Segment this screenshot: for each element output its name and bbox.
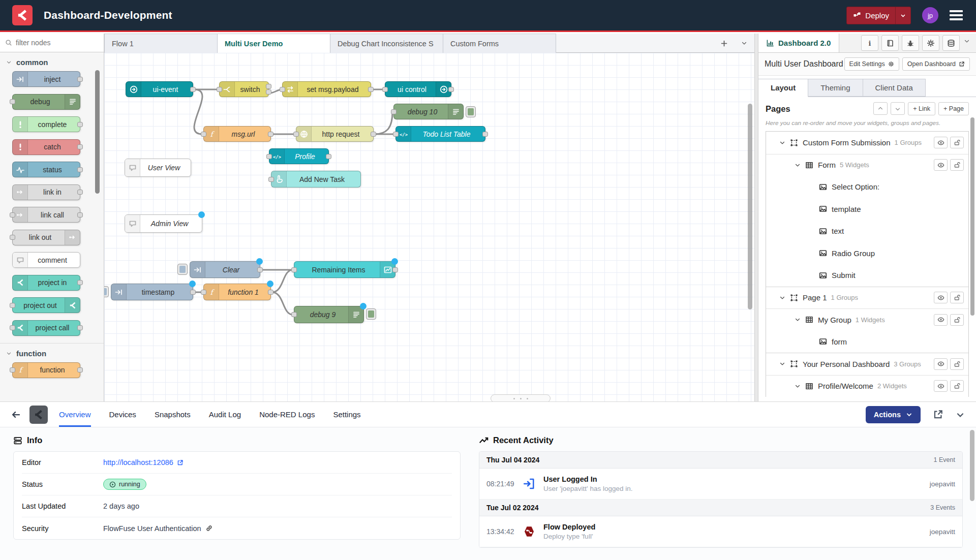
open-in-new-button[interactable] xyxy=(933,409,943,420)
node-debug-9[interactable]: debug 9 xyxy=(294,306,364,323)
palette-scrollbar[interactable] xyxy=(95,70,100,194)
input-port[interactable] xyxy=(393,132,399,137)
input-port[interactable] xyxy=(293,132,299,137)
instance-tab-settings[interactable]: Settings xyxy=(333,402,360,427)
node-inject[interactable]: inject xyxy=(12,71,80,87)
palette-section-common[interactable]: common xyxy=(0,52,104,71)
sidebar-splitter[interactable] xyxy=(754,34,758,401)
visibility-button[interactable] xyxy=(934,314,948,326)
collapse-all-button[interactable] xyxy=(873,102,888,115)
palette-section-function[interactable]: function xyxy=(0,343,104,362)
input-port[interactable] xyxy=(10,235,15,240)
output-port[interactable] xyxy=(190,290,196,295)
input-port[interactable] xyxy=(10,325,15,330)
node-ui-control[interactable]: ui control xyxy=(385,81,451,97)
tree-widget-form[interactable]: form xyxy=(766,331,968,353)
input-port[interactable] xyxy=(10,99,15,104)
node-status[interactable]: status xyxy=(12,162,80,177)
node-link-call[interactable]: link call xyxy=(12,207,80,223)
output-port[interactable] xyxy=(326,154,331,159)
visibility-button[interactable] xyxy=(934,358,948,370)
tree-page-your-personal-dashboard[interactable]: Your Personal Dashboard3 Groups xyxy=(766,353,968,375)
node-profile[interactable]: </>Profile xyxy=(269,148,329,164)
user-avatar[interactable]: jp xyxy=(922,7,938,23)
output-port[interactable] xyxy=(448,87,454,92)
output-port[interactable] xyxy=(268,290,273,295)
open-dashboard-button[interactable]: Open Dashboard xyxy=(902,57,970,71)
instance-tab-node-red-logs[interactable]: Node-RED Logs xyxy=(259,402,315,427)
node-inject-button[interactable] xyxy=(104,286,109,297)
node-add-new-task[interactable]: Add New Task xyxy=(271,171,361,188)
flow-tab-flow-1[interactable]: Flow 1 xyxy=(104,34,218,53)
node-catch[interactable]: catch xyxy=(12,139,80,155)
visibility-button[interactable] xyxy=(934,292,948,303)
input-port[interactable] xyxy=(201,290,206,295)
flow-canvas[interactable]: ui-eventswitchset msg.payloadui controld… xyxy=(104,53,754,401)
node-todo-list-table[interactable]: </>Todo List Table xyxy=(395,126,485,142)
node-project-out[interactable]: project out xyxy=(12,297,80,313)
lock-button[interactable] xyxy=(950,292,964,303)
sidebar-scrollbar[interactable] xyxy=(970,117,974,316)
lock-button[interactable] xyxy=(950,380,964,392)
comment-node-comment[interactable]: comment xyxy=(12,252,80,268)
node-function[interactable]: ffunction xyxy=(12,362,80,378)
output-port[interactable] xyxy=(482,132,488,137)
node-debug-button[interactable] xyxy=(466,106,476,117)
node-debug[interactable]: debug xyxy=(12,94,80,110)
node-link-in[interactable]: link in xyxy=(12,184,80,200)
activity-event-row[interactable]: 08:21:49User Logged InUser 'joepavitt' h… xyxy=(479,469,962,500)
output-port[interactable] xyxy=(371,132,376,137)
comment-node-user-view[interactable]: User View xyxy=(125,159,191,177)
output-port[interactable] xyxy=(268,132,273,137)
deploy-options-button[interactable] xyxy=(895,7,910,24)
info-tool-button[interactable]: i xyxy=(861,35,878,51)
node-set-msg-payload[interactable]: set msg.payload xyxy=(282,81,371,97)
node-debug-button[interactable] xyxy=(366,308,376,320)
input-port[interactable] xyxy=(268,177,274,182)
chevron-down-icon[interactable] xyxy=(779,140,785,146)
visibility-button[interactable] xyxy=(934,159,948,171)
chevron-down-icon[interactable] xyxy=(795,162,801,168)
bug-tool-button[interactable] xyxy=(902,35,919,51)
output-port[interactable] xyxy=(77,190,83,195)
tab-theming[interactable]: Theming xyxy=(808,79,863,97)
tree-group-form[interactable]: Form5 Widgets xyxy=(766,154,968,176)
tree-group-my-group[interactable]: My Group1 Widgets xyxy=(766,308,968,331)
chevron-down-icon[interactable] xyxy=(795,317,801,323)
expand-all-button[interactable] xyxy=(891,102,905,115)
flow-tab-custom-forms[interactable]: Custom Forms xyxy=(443,34,556,53)
tree-page-custom-form-submission[interactable]: Custom Form Submission1 Groups xyxy=(766,132,968,154)
input-port[interactable] xyxy=(391,109,396,114)
main-menu-button[interactable] xyxy=(950,10,963,20)
output-port-1[interactable] xyxy=(266,84,271,89)
input-port[interactable] xyxy=(280,87,285,92)
input-port[interactable] xyxy=(291,312,297,317)
node-project-in[interactable]: project in xyxy=(12,275,80,291)
output-port[interactable] xyxy=(77,280,83,285)
edit-settings-button[interactable]: Edit Settings xyxy=(844,57,899,71)
node-switch[interactable]: switch xyxy=(219,81,269,97)
lock-button[interactable] xyxy=(950,159,964,171)
activity-event-row[interactable]: 13:34:42Flow DeployedDeploy type 'full'j… xyxy=(479,516,962,547)
flow-list-button[interactable] xyxy=(741,40,747,46)
output-port[interactable] xyxy=(77,212,83,217)
tree-page-page-1[interactable]: Page 11 Groups xyxy=(766,287,968,309)
wire-10[interactable] xyxy=(272,292,293,315)
layers-tool-button[interactable] xyxy=(942,35,960,51)
lock-button[interactable] xyxy=(950,137,964,148)
input-port[interactable] xyxy=(10,367,15,372)
add-page-button[interactable]: + Page xyxy=(938,102,969,115)
output-port[interactable] xyxy=(77,144,83,149)
lock-button[interactable] xyxy=(950,358,964,370)
comment-node-admin-view[interactable]: Admin View xyxy=(125,214,202,233)
output-port[interactable] xyxy=(257,267,263,272)
tree-group-profile-welcome[interactable]: Profile/Welcome2 Widgets xyxy=(766,375,968,397)
deploy-button[interactable]: Deploy xyxy=(846,7,911,24)
node-ui-event[interactable]: ui-event xyxy=(126,81,193,97)
sidebar-tabs-caret[interactable] xyxy=(963,37,972,49)
node-inject-button[interactable] xyxy=(177,264,188,275)
visibility-button[interactable] xyxy=(934,380,948,392)
tab-dashboard-2-0[interactable]: Dashboard 2.0 xyxy=(758,34,839,52)
output-port[interactable] xyxy=(77,367,83,372)
visibility-button[interactable] xyxy=(934,137,948,148)
